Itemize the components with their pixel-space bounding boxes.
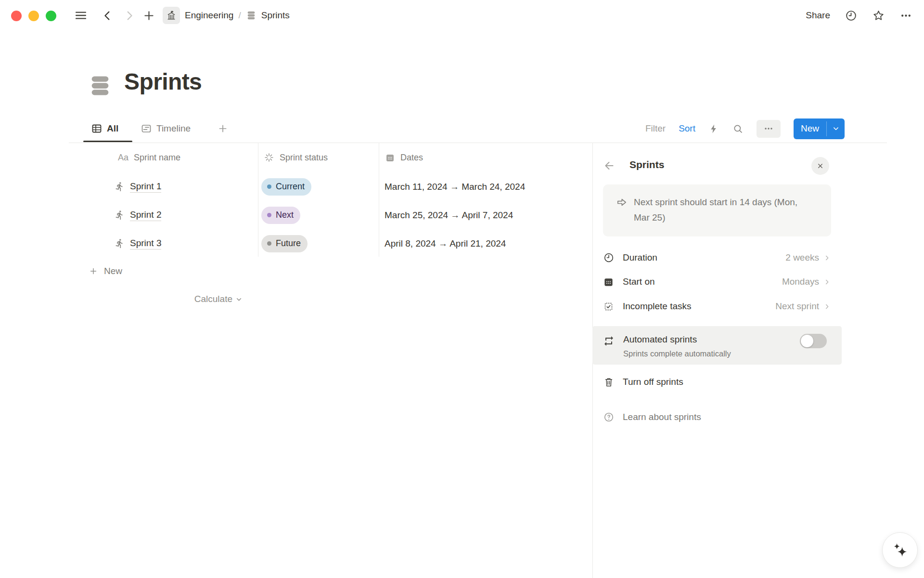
toolbar-divider <box>69 143 887 143</box>
sprint-page-link[interactable]: Sprint 1 <box>130 181 161 193</box>
setting-duration[interactable]: Duration 2 weeks <box>603 246 831 270</box>
setting-label: Incomplete tasks <box>623 301 775 312</box>
panel-close-button[interactable] <box>811 157 829 175</box>
updates-button[interactable] <box>845 9 858 22</box>
status-tag[interactable]: Current <box>261 178 311 196</box>
setting-start-on[interactable]: Start on Mondays <box>603 270 831 294</box>
database-icon <box>88 73 113 98</box>
running-person-icon <box>115 238 125 249</box>
arrow-left-icon <box>603 159 616 172</box>
toggle-knob <box>801 335 813 347</box>
status-tag[interactable]: Future <box>261 235 308 252</box>
notice-text: Next sprint should start in 14 days (Mon… <box>634 195 805 225</box>
sprint-status-cell[interactable]: Future <box>261 229 308 258</box>
breadcrumb-page[interactable]: Sprints <box>261 10 290 21</box>
panel-title: Sprints <box>629 159 664 171</box>
table-row: Sprint 2 Next March 25, 2024 → April 7, … <box>69 201 592 229</box>
nav-forward-button[interactable] <box>123 9 136 22</box>
sprint-page-link[interactable]: Sprint 3 <box>130 238 161 250</box>
setting-incomplete-tasks[interactable]: Incomplete tasks Next sprint <box>603 294 831 318</box>
page-icon[interactable] <box>88 73 113 98</box>
plus-icon <box>142 9 155 22</box>
automations-button[interactable] <box>708 123 719 134</box>
breadcrumb-separator: / <box>238 10 241 21</box>
status-tag[interactable]: Next <box>261 207 300 224</box>
minimize-window-button[interactable] <box>28 11 39 21</box>
zoom-window-button[interactable] <box>46 11 56 21</box>
calendar-icon <box>603 276 614 288</box>
chevron-right-icon <box>823 254 831 262</box>
new-record-button[interactable]: New <box>794 118 845 139</box>
running-person-icon <box>115 210 125 220</box>
dates-cell[interactable]: April 8, 2024 → April 21, 2024 <box>385 229 506 258</box>
checkbox-icon <box>603 301 614 312</box>
tab-timeline-label: Timeline <box>156 123 191 134</box>
tab-timeline[interactable]: Timeline <box>141 116 191 142</box>
more-options-button[interactable] <box>899 9 912 22</box>
column-header-sprint-status[interactable]: Sprint status <box>264 143 328 172</box>
setting-label: Duration <box>623 252 785 263</box>
text-property-icon: Aa <box>118 153 128 163</box>
status-label: Future <box>276 238 301 249</box>
plus-icon <box>89 267 98 276</box>
chevron-down-icon <box>832 124 840 133</box>
column-label: Sprint name <box>134 153 180 163</box>
repeat-icon <box>603 335 615 347</box>
close-window-button[interactable] <box>11 11 22 21</box>
automated-sprints-label: Automated sprints <box>623 334 697 345</box>
trash-icon <box>603 376 615 388</box>
column-header-sprint-name[interactable]: Aa Sprint name <box>118 143 180 172</box>
sidebar-menu-button[interactable] <box>74 9 88 22</box>
sprint-notice: Next sprint should start in 14 days (Mon… <box>603 184 831 236</box>
chevron-right-icon <box>823 278 831 286</box>
new-row-button[interactable]: New <box>69 257 592 285</box>
new-record-dropdown[interactable] <box>827 118 845 139</box>
dates-cell[interactable]: March 11, 2024 → March 24, 2024 <box>385 172 525 201</box>
window-controls <box>11 11 56 21</box>
active-tab-underline <box>83 141 132 142</box>
panel-back-button[interactable] <box>603 159 616 172</box>
sprint-name-cell[interactable]: Sprint 2 <box>115 201 161 229</box>
learn-about-sprints-label: Learn about sprints <box>623 412 701 422</box>
sprint-page-link[interactable]: Sprint 2 <box>130 210 161 221</box>
breadcrumb-workspace[interactable]: Engineering <box>185 10 233 21</box>
tab-all-label: All <box>107 123 118 134</box>
breadcrumb: Engineering / Sprints <box>185 0 290 31</box>
chevron-down-icon <box>235 295 243 303</box>
automated-sprints-toggle[interactable] <box>800 334 827 348</box>
setting-value: Mondays <box>782 276 819 287</box>
nav-back-button[interactable] <box>101 9 114 22</box>
search-view-button[interactable] <box>732 123 744 134</box>
view-options-button[interactable] <box>757 120 781 138</box>
building-icon <box>166 10 177 21</box>
lightning-icon <box>708 123 719 134</box>
teamspace-icon-badge[interactable] <box>163 7 180 24</box>
share-button[interactable]: Share <box>806 10 830 21</box>
sprint-name-cell[interactable]: Sprint 3 <box>115 229 161 258</box>
dates-cell[interactable]: March 25, 2024 → April 7, 2024 <box>385 201 513 229</box>
page-title[interactable]: Sprints <box>124 68 202 95</box>
status-dot <box>267 241 271 246</box>
automated-sprints-row[interactable]: Automated sprints Sprints complete autom… <box>592 326 842 365</box>
new-row-label: New <box>104 266 122 276</box>
plus-icon <box>218 123 228 134</box>
column-header-dates[interactable]: Dates <box>385 143 423 172</box>
learn-about-sprints-link[interactable]: Learn about sprints <box>603 405 831 429</box>
turn-off-sprints-button[interactable]: Turn off sprints <box>603 370 831 394</box>
new-page-button[interactable] <box>142 9 155 22</box>
search-icon <box>732 123 744 134</box>
tab-all[interactable]: All <box>91 116 118 142</box>
calculate-button[interactable]: Calculate <box>0 285 243 313</box>
menu-icon <box>74 9 88 22</box>
arrow-right-outline-icon <box>616 196 628 209</box>
favorite-button[interactable] <box>872 9 885 22</box>
sprint-name-cell[interactable]: Sprint 1 <box>115 172 161 201</box>
column-label: Dates <box>400 153 423 163</box>
sprint-status-cell[interactable]: Current <box>261 172 311 201</box>
timeline-view-icon <box>141 123 152 134</box>
sort-button[interactable]: Sort <box>679 123 695 134</box>
ai-assistant-button[interactable] <box>882 532 918 568</box>
filter-button[interactable]: Filter <box>645 123 666 134</box>
sprint-status-cell[interactable]: Next <box>261 201 300 229</box>
add-view-button[interactable] <box>218 116 228 142</box>
